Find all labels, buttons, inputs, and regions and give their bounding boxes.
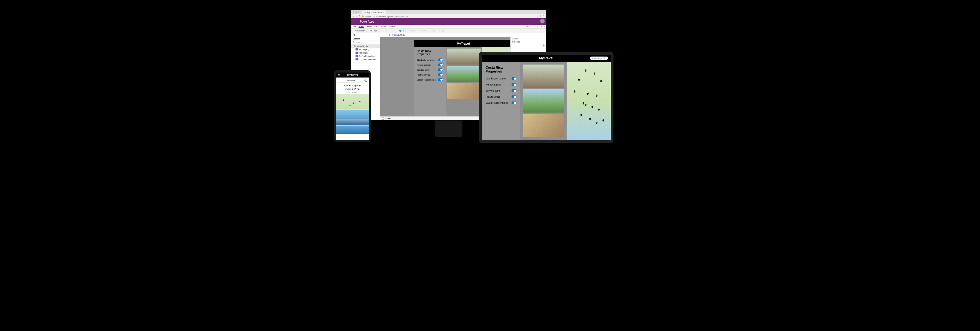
search-icon[interactable]: 🔍 [364,80,368,83]
app-title: MyTravel [457,42,469,45]
theme-button[interactable]: Aa Theme ⌄ [369,30,380,32]
filter-row: Distribution partner [485,77,517,80]
results-count: 134 results [336,91,369,94]
photo-gallery [520,62,566,140]
tab-view[interactable]: View [374,26,379,27]
border-button: Border ⌄ [409,30,417,32]
property-photo[interactable] [523,90,564,112]
property-photo[interactable] [447,83,480,99]
reorder-button: Reorder ⌄ [419,30,428,32]
tree-item[interactable]: ConfirmPictureLabel [351,58,380,61]
phone-device: ☰ MyTravel 🔍 April 12 to April 20 Costa … [334,70,371,142]
screen-checkbox[interactable] [382,117,384,120]
undo-icon[interactable]: ↶ [530,26,532,28]
tab-screen[interactable]: Screen [390,26,396,27]
url-bar[interactable]: ← → ⟳ 🔒 Secure | https://test.create.pow… [351,14,546,18]
avatar[interactable] [540,19,544,24]
app-title: MyTravel [539,56,553,60]
filter-row: Sales/Reseller point [417,78,443,81]
property-photo[interactable] [447,66,480,82]
back-icon[interactable]: ← [353,16,355,18]
search-row: 🔍 [336,77,369,84]
filter-row: Service point [485,90,517,92]
formula-input[interactable]: RGBA(0,0,0,1) [392,34,404,36]
browser-extension-icons[interactable]: ☆◫⋮ [537,15,544,18]
property-photo[interactable] [523,114,564,138]
filters-panel: Costa Rica Properties Distribution partn… [414,47,445,116]
toggle[interactable] [438,59,443,61]
filter-row: Prolyte Office [417,74,443,76]
browser-tab[interactable]: ◇ App - PowerApps × [362,11,387,14]
toggle[interactable] [512,90,517,92]
toggle[interactable] [438,64,443,66]
toggle[interactable] [512,77,517,80]
chevron-down-icon: ⌄ [375,21,377,23]
new-screen-button[interactable]: ☐ New screen ⌄ [353,30,368,32]
align-button: Align ⌄ [431,30,437,32]
filter-row: Prolyte Office [485,96,517,98]
formula-bar: Fill ⌄ fx RGBA(0,0,0,1) [351,33,546,37]
tree-search[interactable]: 🔍 Search [351,41,380,45]
property-photo[interactable] [336,125,369,134]
properties-expand-icon[interactable]: ⊕ [511,44,546,47]
toggle[interactable] [512,96,517,98]
toggle[interactable] [438,74,443,76]
properties-section-label: SCREEN [511,37,546,41]
close-icon[interactable]: × [383,11,384,13]
browser-chrome: ◇ App - PowerApps × [351,10,546,14]
lock-icon: 🔒 [361,15,364,18]
property-photo[interactable] [447,48,480,64]
app-label[interactable]: App [525,26,529,27]
map-view[interactable] [566,62,611,140]
toggle[interactable] [438,78,443,81]
tab-action[interactable]: Action [381,26,387,27]
reload-icon[interactable]: ⟳ [359,15,361,18]
filter-row: Rental partner [485,83,517,86]
search-input[interactable]: Costa Rica 🔍 [590,56,608,60]
tab-file[interactable]: File [353,26,356,27]
app-title: MyTravel [347,74,358,77]
group-button: Group ⌄ [439,30,447,32]
filter-row: Rental partner [417,64,443,66]
tree-item[interactable]: Rectangle1 [351,51,380,54]
waffle-icon[interactable]: ⠿ [351,20,358,23]
powerapps-brand[interactable]: PowerApps ⌄ [358,20,379,23]
property-photo[interactable] [336,109,369,125]
tab-favicon: ◇ [364,11,366,13]
fill-button[interactable]: 🪣 Fill ⌄ [399,30,407,32]
property-photo[interactable] [523,64,564,88]
app-header: MyTravel Costa Rica 🔍 [482,54,611,62]
app-header: MyTravel [414,40,512,47]
search-input[interactable] [337,79,363,83]
powerapps-header: ⠿ PowerApps ⌄ [351,18,546,25]
app-header: ☰ MyTravel [336,72,369,77]
filter-row: Distribution partner [417,59,443,61]
map-view[interactable] [336,94,369,109]
tab-insert[interactable]: Insert [367,26,372,27]
help-icon[interactable]: ? [544,26,544,27]
fx-label: fx [387,34,392,36]
redo-icon[interactable]: ↷ [534,26,536,28]
forward-icon[interactable]: → [356,16,358,18]
toggle[interactable] [512,101,517,104]
date-range[interactable]: April 12 to April 20 [336,84,369,87]
tab-title: App - PowerApps [367,11,382,13]
properties-screen-name: Screen1 [511,41,546,44]
tree-item[interactable]: ConfirmPictureIcon [351,54,380,58]
hamburger-icon[interactable]: ☰ [337,74,340,77]
tab-home[interactable]: Home [358,26,364,28]
tablet-device: MyTravel Costa Rica 🔍 Costa Rica Propert… [479,52,614,143]
ribbon-toolbar: ☐ New screen ⌄ Aa Theme ⌄ | B I U A 🪣 Fi… [351,29,546,33]
toggle[interactable] [438,69,443,71]
window-controls[interactable] [353,11,360,13]
share-icon[interactable]: ↗ [540,26,542,28]
property-selector[interactable]: Fill ⌄ [351,34,387,36]
footer-screen-label: Screen1 [385,117,393,120]
play-icon[interactable]: ▷ [537,26,538,28]
section-title: Costa Rica Properties [417,50,443,56]
tree-item[interactable]: Rectangle1_1 [351,48,380,51]
toggle[interactable] [512,83,517,86]
filter-row: Sales/Reseller point [485,101,517,104]
tree-item-screen[interactable]: ▸ ☐ VisitorSignIn [351,45,380,48]
photo-gallery [445,47,482,116]
